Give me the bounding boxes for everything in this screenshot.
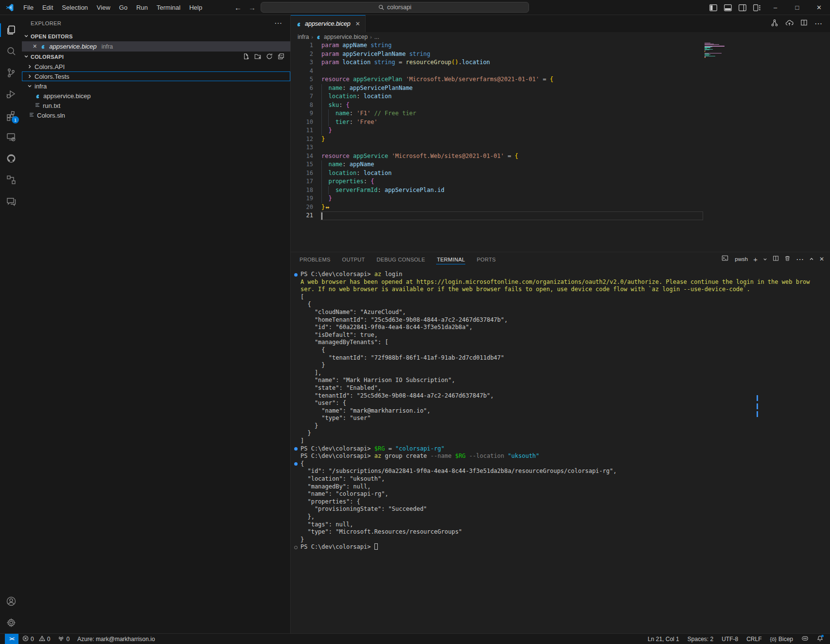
code-line[interactable]: 10 tier: 'Free' [291,118,830,127]
github-icon[interactable] [0,148,22,169]
code-line[interactable]: 9 name: 'F1' // Free tier [291,109,830,118]
tree-item-appservice-bicep[interactable]: appservice.bicep [22,91,290,101]
panel-more-actions-icon[interactable]: ⋯ [796,255,804,264]
back-arrow-icon[interactable]: ← [234,3,242,12]
cursor-position-status[interactable]: Ln 21, Col 1 [648,636,679,643]
toggle-secondary-sidebar-icon[interactable] [735,0,750,15]
tree-item-colors-tests[interactable]: Colors.Tests [22,71,290,81]
minimize-button[interactable]: – [764,0,786,15]
views-more-actions-icon[interactable]: ⋯ [274,18,283,28]
close-editor-icon[interactable]: ✕ [33,43,37,50]
comments-icon[interactable] [0,191,22,212]
tree-item-colors-sln[interactable]: Colors.sln [22,110,290,120]
tab-terminal[interactable]: TERMINAL [436,254,465,264]
menu-go[interactable]: Go [115,0,132,15]
accounts-icon[interactable] [0,591,22,612]
collapse-folders-icon[interactable] [278,53,284,61]
bicep-visualizer-icon[interactable] [771,19,778,29]
menu-help[interactable]: Help [185,0,207,15]
new-folder-icon[interactable] [254,53,261,61]
menu-edit[interactable]: Edit [38,0,57,15]
run-debug-icon[interactable] [0,84,22,105]
command-decoration-dot[interactable] [294,462,298,466]
code-line[interactable]: 16 location: location [291,169,830,178]
menu-file[interactable]: File [19,0,38,15]
code-line[interactable]: 5resource appServicePlan 'Microsoft.Web/… [291,75,830,84]
code-line[interactable]: 4 [291,67,830,76]
open-editors-header[interactable]: OPEN EDITORS [22,31,290,41]
eol-status[interactable]: CRLF [746,636,761,643]
terminal-output[interactable]: PS C:\dev\colorsapi> az loginA web brows… [291,271,762,551]
search-sidebar-icon[interactable] [0,41,22,62]
split-terminal-icon[interactable] [773,255,779,263]
code-line[interactable]: 14resource appService 'Microsoft.Web/sit… [291,152,830,161]
code-line[interactable]: 15 name: appName [291,160,830,169]
code-line[interactable]: 13 [291,143,830,152]
remote-indicator[interactable]: >< [5,634,18,644]
toggle-panel-icon[interactable] [721,0,735,15]
problems-status[interactable]: 0 0 [22,635,50,643]
code-editor[interactable]: 1param appName string2param appServicePl… [291,41,830,252]
breadcrumb-symbol[interactable]: ... [374,34,379,40]
explorer-icon[interactable] [0,19,22,41]
command-center-search[interactable]: colorsapi [261,2,529,13]
tab-problems[interactable]: PROBLEMS [299,254,331,264]
breadcrumb[interactable]: infra › appservice.bicep › ... [291,32,830,41]
menu-run[interactable]: Run [132,0,152,15]
more-actions-icon[interactable]: ⋯ [814,19,822,28]
new-file-icon[interactable] [243,53,249,61]
tab-close-icon[interactable]: ✕ [355,20,360,27]
language-mode-status[interactable]: {ӧ} Bicep [770,636,794,643]
code-line[interactable]: 3param location string = resourceGroup()… [291,58,830,67]
code-line[interactable]: 20}✦✦ [291,203,830,212]
tab-appservice-bicep[interactable]: appservice.bicep ✕ [291,15,366,32]
code-line[interactable]: 6 name: appServicePlanName [291,84,830,93]
extensions-icon[interactable]: 1 [0,105,22,126]
tab-ports[interactable]: PORTS [476,254,496,264]
forward-arrow-icon[interactable]: → [248,3,256,12]
azure-account-status[interactable]: Azure: mark@markharrison.io [77,636,155,643]
new-terminal-icon[interactable]: + [753,255,758,263]
tree-item-run-txt[interactable]: run.txt [22,101,290,110]
project-section-header[interactable]: COLORSAPI [22,52,290,62]
code-line[interactable]: 7 location: location [291,92,830,101]
breadcrumb-file[interactable]: appservice.bicep [324,34,368,40]
command-decoration-dot[interactable] [294,273,298,277]
tab-output[interactable]: OUTPUT [342,254,366,264]
kill-terminal-icon[interactable] [784,255,791,263]
settings-gear-icon[interactable] [0,612,22,633]
menu-view[interactable]: View [92,0,115,15]
terminal-shell-label[interactable]: pwsh [735,256,748,262]
ports-status[interactable]: 0 [58,635,70,643]
code-line[interactable]: 12} [291,135,830,144]
close-panel-icon[interactable]: ✕ [819,256,824,262]
code-line[interactable]: 19 } [291,194,830,203]
code-line[interactable]: 8 sku: { [291,101,830,110]
code-line[interactable]: 11 } [291,126,830,135]
copilot-status[interactable] [801,635,809,643]
encoding-status[interactable]: UTF-8 [722,636,738,643]
toggle-sidebar-icon[interactable] [706,0,721,15]
maximize-panel-icon[interactable] [809,255,814,263]
menu-selection[interactable]: Selection [57,0,92,15]
command-decoration-dot[interactable] [294,447,298,451]
code-line[interactable]: 18 serverFarmId: appServicePlan.id [291,186,830,195]
bicep-extension-icon[interactable] [0,169,22,191]
tab-debug-console[interactable]: DEBUG CONSOLE [376,254,426,264]
breadcrumb-infra[interactable]: infra [298,34,309,40]
close-button[interactable]: ✕ [808,0,830,15]
refresh-icon[interactable] [266,53,273,61]
source-control-icon[interactable] [0,62,22,84]
customize-layout-icon[interactable] [750,0,764,15]
menu-terminal[interactable]: Terminal [152,0,185,15]
remote-explorer-icon[interactable] [0,126,22,148]
indentation-status[interactable]: Spaces: 2 [688,636,713,643]
split-editor-icon[interactable] [800,19,808,28]
maximize-button[interactable]: □ [786,0,808,15]
notifications-status[interactable] [817,635,823,643]
code-line[interactable]: 2param appServicePlanName string [291,50,830,59]
minimap[interactable] [705,43,733,59]
deploy-cloud-upload-icon[interactable] [785,19,794,29]
open-editor-item[interactable]: ✕ appservice.bicep infra [22,41,290,52]
code-line[interactable]: 17 properties: { [291,177,830,186]
